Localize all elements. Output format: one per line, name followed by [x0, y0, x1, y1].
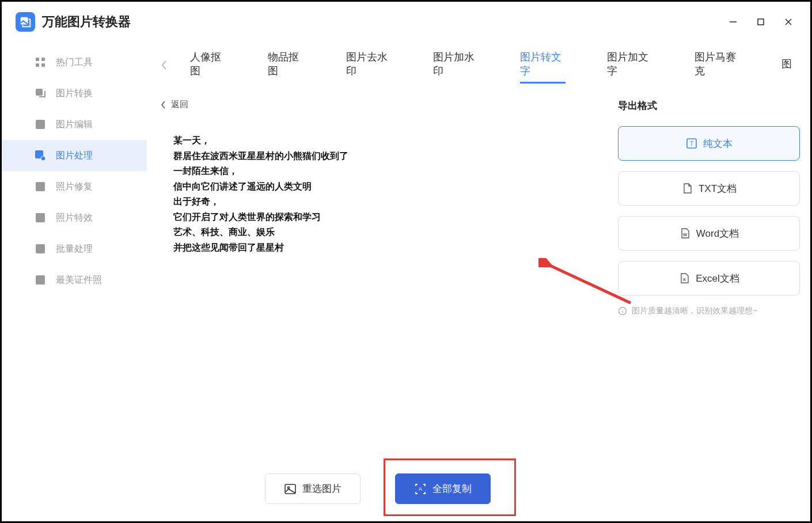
export-option-excel[interactable]: X Excel文档 — [618, 261, 800, 295]
svg-rect-15 — [36, 213, 45, 222]
tab-person-cutout[interactable]: 人像抠图 — [177, 42, 239, 88]
sidebar-item-convert[interactable]: 图片转换 — [2, 78, 147, 109]
tab-label: 图 — [781, 58, 792, 70]
tab-label: 图片转文字 — [520, 51, 561, 77]
copy-all-button[interactable]: A 全部复制 — [395, 473, 491, 504]
tab-label: 图片去水印 — [346, 51, 388, 77]
back-link[interactable]: 返回 — [157, 89, 598, 118]
quality-hint: 图片质量越清晰，识别效果越理想~ — [618, 306, 800, 316]
export-option-label: 纯文本 — [703, 137, 733, 150]
tab-mosaic[interactable]: 图片马赛克 — [682, 42, 753, 88]
tab-ocr[interactable]: 图片转文字 — [507, 42, 578, 88]
svg-rect-17 — [36, 275, 45, 285]
export-option-plaintext[interactable]: T 纯文本 — [618, 126, 800, 161]
sidebar-item-label: 图片转换 — [56, 88, 93, 100]
maximize-button[interactable] — [755, 16, 767, 28]
effects-icon — [34, 211, 47, 224]
svg-rect-9 — [41, 63, 45, 67]
window-controls — [727, 16, 794, 28]
info-icon — [618, 306, 627, 316]
sidebar: 热门工具 图片转换 图片编辑 图片处理 照片修复 照片特效 批量处理 最美证件 — [2, 42, 147, 521]
svg-text:X: X — [683, 277, 686, 282]
sidebar-item-label: 图片编辑 — [56, 119, 93, 131]
excel-file-icon: X — [678, 272, 690, 284]
ocr-line: 它们开启了对人类世界的探索和学习 — [173, 210, 582, 225]
ocr-line: 信中向它们讲述了遥远的人类文明 — [173, 179, 582, 195]
tab-remove-watermark[interactable]: 图片去水印 — [333, 42, 404, 88]
hint-label: 图片质量越清晰，识别效果越理想~ — [632, 306, 757, 316]
text-icon: T — [686, 138, 697, 149]
ocr-line: 艺术、科技、商业、娱乐 — [173, 225, 582, 240]
ocr-line: 一封陌生来信， — [173, 164, 582, 179]
close-button[interactable] — [783, 16, 794, 28]
minimize-button[interactable] — [727, 16, 739, 28]
svg-rect-11 — [36, 120, 45, 129]
sidebar-item-batch[interactable]: 批量处理 — [2, 233, 147, 264]
content-area: 人像抠图 物品抠图 图片去水印 图片加水印 图片转文字 图片加文字 图片马赛克 … — [147, 42, 810, 521]
tab-label: 图片马赛克 — [695, 51, 736, 77]
svg-rect-8 — [36, 63, 39, 67]
sidebar-item-effects[interactable]: 照片特效 — [2, 202, 147, 233]
gear-image-icon — [34, 149, 47, 162]
svg-rect-3 — [758, 19, 764, 25]
svg-text:W: W — [683, 232, 688, 237]
titlebar-left: 万能图片转换器 — [16, 12, 131, 32]
sidebar-item-process[interactable]: 图片处理 — [2, 140, 147, 171]
txt-file-icon — [681, 183, 693, 194]
main-wrap: 热门工具 图片转换 图片编辑 图片处理 照片修复 照片特效 批量处理 最美证件 — [2, 42, 810, 521]
svg-text:A: A — [419, 486, 422, 492]
sidebar-item-label: 图片处理 — [56, 150, 93, 162]
export-option-word[interactable]: W Word文档 — [618, 216, 800, 251]
image-swap-icon — [19, 16, 32, 28]
export-option-txt[interactable]: TXT文档 — [618, 171, 800, 206]
tabs-scroll-left[interactable] — [157, 57, 172, 73]
ocr-line: 群居住在波西米亚星星村的小熊猫们收到了 — [173, 149, 582, 164]
titlebar: 万能图片转换器 — [2, 2, 810, 42]
svg-text:T: T — [689, 141, 693, 147]
button-label: 全部复制 — [432, 482, 472, 495]
svg-rect-10 — [36, 89, 43, 96]
ocr-line: 某一天， — [173, 133, 582, 149]
inner-content: 返回 某一天， 群居住在波西米亚星星村的小熊猫们收到了 一封陌生来信， 信中向它… — [147, 89, 810, 521]
svg-point-13 — [41, 156, 45, 161]
svg-rect-14 — [36, 182, 45, 191]
back-label: 返回 — [171, 99, 188, 110]
tab-clipped[interactable]: 图 — [769, 49, 794, 81]
sidebar-item-idphoto[interactable]: 最美证件照 — [2, 264, 147, 295]
sidebar-item-label: 热门工具 — [56, 56, 93, 69]
tab-object-cutout[interactable]: 物品抠图 — [255, 42, 317, 88]
convert-icon — [34, 87, 47, 100]
tab-add-text[interactable]: 图片加文字 — [594, 42, 665, 88]
chevron-left-icon — [161, 59, 168, 71]
close-icon — [784, 17, 793, 26]
edit-icon — [34, 118, 47, 131]
idphoto-icon — [34, 274, 47, 286]
maximize-icon — [757, 18, 765, 26]
chevron-left-icon — [161, 100, 166, 109]
app-title: 万能图片转换器 — [42, 13, 131, 31]
scan-text-icon: A — [414, 483, 427, 495]
tab-add-watermark[interactable]: 图片加水印 — [420, 42, 491, 88]
sidebar-item-label: 批量处理 — [56, 243, 93, 255]
grid-icon — [34, 56, 47, 69]
app-logo — [16, 12, 35, 32]
sidebar-item-edit[interactable]: 图片编辑 — [2, 109, 147, 140]
tab-label: 物品抠图 — [268, 51, 299, 77]
tab-label: 人像抠图 — [190, 51, 221, 77]
ocr-result-panel: 某一天， 群居住在波西米亚星星村的小熊猫们收到了 一封陌生来信， 信中向它们讲述… — [157, 118, 598, 456]
word-file-icon: W — [679, 228, 690, 239]
export-title: 导出格式 — [618, 99, 800, 112]
image-icon — [284, 483, 297, 495]
tab-label: 图片加文字 — [607, 51, 648, 77]
button-label: 重选图片 — [302, 482, 342, 495]
export-panel: 导出格式 T 纯文本 TXT文档 W Word文档 X Excel文档 — [618, 89, 800, 521]
export-option-label: TXT文档 — [699, 182, 737, 195]
sidebar-item-repair[interactable]: 照片修复 — [2, 171, 147, 202]
sidebar-item-hot-tools[interactable]: 热门工具 — [2, 47, 147, 78]
svg-rect-6 — [36, 58, 39, 61]
sidebar-item-label: 最美证件照 — [56, 274, 102, 286]
tab-label: 图片加水印 — [433, 51, 475, 77]
tabs-row: 人像抠图 物品抠图 图片去水印 图片加水印 图片转文字 图片加文字 图片马赛克 … — [147, 42, 810, 89]
ocr-line: 出于好奇， — [173, 194, 582, 210]
reselect-image-button[interactable]: 重选图片 — [265, 473, 361, 504]
